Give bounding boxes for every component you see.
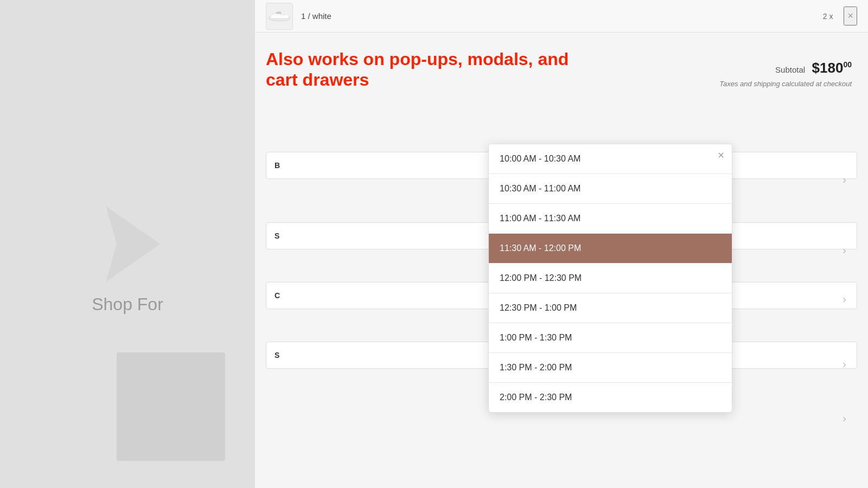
time-slot-item[interactable]: 2:00 PM - 2:30 PM: [489, 383, 732, 412]
time-slot-dropdown: × 10:00 AM - 10:30 AM10:30 AM - 11:00 AM…: [488, 144, 732, 413]
taxes-shipping-text: Taxes and shipping calculated at checkou…: [719, 80, 852, 88]
cart-item-quantity: 2 x: [823, 12, 833, 21]
chevron-right-icon-1: ›: [843, 174, 846, 186]
time-slot-item[interactable]: 10:00 AM - 10:30 AM: [489, 144, 732, 174]
promo-title: Also works on pop-ups, modals, and cart …: [266, 49, 591, 91]
chevron-right-icon-5: ›: [843, 412, 846, 425]
chevron-right-icon-4: ›: [843, 358, 846, 370]
svg-marker-0: [106, 206, 160, 282]
product-card: [117, 352, 225, 461]
cart-item-remove-button[interactable]: ×: [844, 7, 857, 25]
main-content: 1 / white 2 x × Also works on pop-ups, m…: [255, 0, 868, 488]
time-slot-item[interactable]: 10:30 AM - 11:00 AM: [489, 174, 732, 204]
time-slots-list: 10:00 AM - 10:30 AM10:30 AM - 11:00 AM11…: [489, 144, 732, 412]
subtotal-amount: $18000: [812, 60, 852, 76]
time-slot-item[interactable]: 12:30 PM - 1:00 PM: [489, 293, 732, 323]
chevron-right-icon-2: ›: [843, 244, 846, 256]
chevron-right-icon-3: ›: [843, 293, 846, 305]
cart-item-row: 1 / white 2 x ×: [255, 0, 868, 33]
time-slot-item[interactable]: 11:00 AM - 11:30 AM: [489, 204, 732, 234]
arrow-decoration-icon: [73, 190, 182, 298]
left-panel: Shop For: [0, 0, 255, 488]
time-slot-item[interactable]: 1:00 PM - 1:30 PM: [489, 323, 732, 353]
shop-for-label: Shop For: [92, 294, 163, 314]
time-slot-item[interactable]: 11:30 AM - 12:00 PM: [489, 234, 732, 264]
cart-item-variant: 1 / white: [301, 11, 823, 21]
time-slot-item[interactable]: 1:30 PM - 2:00 PM: [489, 353, 732, 383]
subtotal-area: Subtotal $18000 Taxes and shipping calcu…: [719, 60, 852, 88]
time-slot-item[interactable]: 12:00 PM - 12:30 PM: [489, 264, 732, 293]
dropdown-close-button[interactable]: ×: [718, 150, 724, 160]
variant-text: 1 / white: [301, 11, 331, 21]
shoe-icon: [268, 9, 291, 24]
cart-item-image: [266, 3, 293, 30]
subtotal-label: Subtotal: [775, 65, 805, 74]
